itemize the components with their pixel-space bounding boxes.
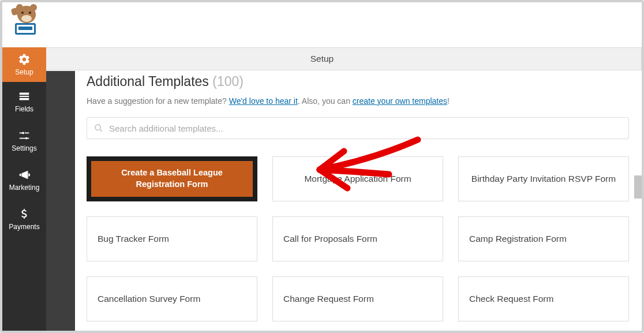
template-label: Check Request Form: [469, 294, 553, 304]
sliders-icon: [18, 129, 31, 142]
template-card[interactable]: Change Request Form: [272, 276, 443, 321]
template-card[interactable]: Birthday Party Invitation RSVP Form: [458, 156, 629, 201]
sidebar-item-fields[interactable]: Fields: [2, 82, 46, 121]
suggestion-link[interactable]: We'd love to hear it: [229, 96, 298, 106]
gear-icon: [18, 53, 31, 66]
page-title: Setup: [310, 54, 334, 64]
template-card[interactable]: Camp Registration Form: [458, 216, 629, 261]
main-panel: Additional Templates (100) Have a sugges…: [46, 71, 642, 331]
app-logo: [9, 7, 40, 38]
template-card[interactable]: Call for Proposals Form: [272, 216, 443, 261]
sidebar-item-label: Payments: [9, 223, 39, 231]
template-label: Change Request Form: [283, 294, 374, 304]
template-card-selected[interactable]: Create a Baseball League Registration Fo…: [87, 156, 257, 201]
section-subtext: Have a suggestion for a new template? We…: [87, 96, 629, 106]
page-tab-header: Setup: [2, 47, 642, 70]
sidebar-item-payments[interactable]: Payments: [2, 200, 46, 239]
section-title: Additional Templates (100): [87, 74, 629, 89]
sidebar-item-label: Fields: [15, 105, 33, 113]
sidebar-item-marketing[interactable]: Marketing: [2, 160, 46, 200]
content: Additional Templates (100) Have a sugges…: [75, 71, 642, 331]
search-input[interactable]: [109, 124, 621, 133]
sidebar-item-label: Settings: [12, 144, 36, 152]
template-label: Call for Proposals Form: [283, 234, 377, 244]
template-label: Birthday Party Invitation RSVP Form: [471, 174, 616, 184]
template-card[interactable]: Check Request Form: [458, 276, 629, 321]
template-search[interactable]: [87, 117, 629, 139]
fields-icon: [18, 90, 31, 103]
sidebar-item-label: Setup: [15, 68, 33, 76]
template-label: Cancellation Survey Form: [98, 294, 200, 304]
template-card[interactable]: Mortgage Application Form: [272, 156, 443, 201]
search-icon: [94, 124, 103, 133]
sidebar-item-setup[interactable]: Setup: [2, 47, 46, 82]
template-label: Bug Tracker Form: [98, 234, 169, 244]
template-label: Camp Registration Form: [469, 234, 567, 244]
scrollbar-thumb[interactable]: [634, 175, 642, 199]
sidebar-item-settings[interactable]: Settings: [2, 121, 46, 160]
top-chrome: [2, 2, 642, 47]
sidebar-item-label: Marketing: [9, 184, 40, 192]
megaphone-icon: [18, 169, 31, 181]
templates-grid: Create a Baseball League Registration Fo…: [87, 156, 629, 321]
template-card[interactable]: Cancellation Survey Form: [87, 276, 257, 321]
template-card[interactable]: Bug Tracker Form: [87, 216, 257, 261]
create-template-button[interactable]: Create a Baseball League Registration Fo…: [91, 161, 253, 197]
template-label: Mortgage Application Form: [304, 174, 411, 184]
main-gutter: [46, 71, 75, 331]
sidebar: Setup Fields Settings Marketing Payments: [2, 47, 46, 331]
dollar-icon: [18, 208, 31, 220]
create-own-link[interactable]: create your own templates: [353, 96, 447, 106]
template-label: Create a Baseball League Registration Fo…: [103, 167, 241, 190]
